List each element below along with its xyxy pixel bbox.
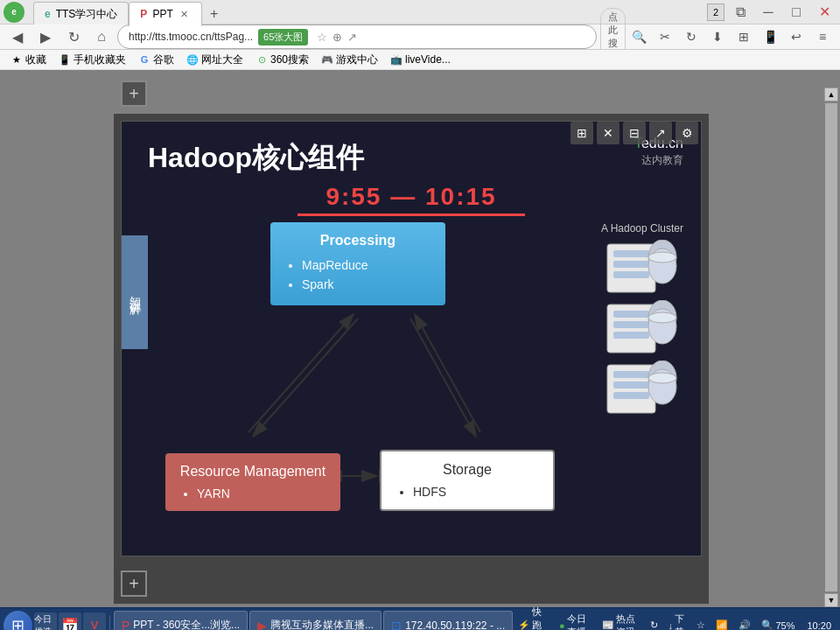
new-tab-button[interactable]: + [202, 2, 227, 26]
tab-ppt-label: PPT [152, 8, 172, 20]
bookmark-google[interactable]: G 谷歌 [135, 50, 178, 69]
tab-tts[interactable]: e TTS学习中心 [33, 2, 129, 26]
taskbar-clock: 10:20 [802, 620, 836, 631]
server-icon-1 [603, 240, 682, 297]
clock-time: 10:20 [807, 620, 831, 631]
bookmark-games[interactable]: 🎮 游戏中心 [318, 50, 382, 69]
slide-title: Hadoop核心组件 [148, 139, 364, 178]
refresh2-icon[interactable]: ↻ [679, 24, 704, 49]
svg-rect-17 [613, 311, 649, 318]
download-item[interactable]: ↓ 下载 [665, 612, 690, 631]
taskbar-ppt-app[interactable]: P PPT - 360安全...浏览... [114, 611, 248, 631]
storage-box: Storage HDFS [380, 450, 555, 511]
live-broadcast-item[interactable]: ● 今日直播 [556, 612, 595, 631]
add-bottom-button[interactable]: + [121, 570, 147, 597]
tab-counter[interactable]: 2 [707, 4, 724, 21]
time-dash: — [390, 183, 425, 210]
grid-icon[interactable]: ⊞ [732, 24, 756, 49]
svg-point-22 [648, 312, 676, 323]
tab-close-icon[interactable]: ✕ [178, 8, 191, 20]
taskbar-calendar[interactable]: 📅 [59, 612, 81, 631]
scroll-down-btn[interactable]: ▼ [824, 593, 838, 607]
taskbar-live-app[interactable]: ▶ 腾视互动多媒体直播... [249, 611, 382, 631]
tab-ppt[interactable]: P PPT ✕ [129, 2, 201, 26]
taskbar-divider-1 [109, 615, 110, 631]
restore-btn[interactable]: ⧉ [728, 0, 752, 24]
zoom-icon: 🔍 [761, 620, 774, 630]
back-button[interactable]: ◀ [5, 24, 30, 49]
volume-item[interactable]: 🔊 [735, 620, 754, 630]
bookmark-live[interactable]: 📺 liveVide... [387, 50, 454, 69]
svg-rect-18 [613, 321, 649, 328]
menu-icon[interactable]: ≡ [810, 24, 835, 49]
quick-run-item[interactable]: ⚡ 快跑网 [514, 606, 552, 630]
minimize-btn[interactable]: ─ [756, 0, 780, 24]
tab-favicon: e [45, 8, 51, 20]
taskbar: ⊞ 今日优选 📅 V P PPT - 360安全...浏览... ▶ 腾视互动多… [0, 607, 840, 630]
settings-btn[interactable]: ⚙ [676, 122, 698, 144]
address-bar[interactable]: http://tts.tmooc.cn/ttsPag... 65张大图 ☆ ⊕ … [117, 24, 597, 49]
address-text: http://tts.tmooc.cn/ttsPag... [129, 31, 253, 43]
bookmark-360[interactable]: ⊙ 360搜索 [252, 50, 312, 69]
svg-point-29 [648, 373, 676, 383]
refresh-button[interactable]: ↻ [61, 24, 86, 49]
close-slide-btn[interactable]: ✕ [597, 122, 620, 144]
taskbar-today[interactable]: 今日优选 [34, 612, 57, 631]
hdfs-item: HDFS [413, 485, 539, 499]
resource-title: Resource Management [179, 464, 326, 480]
server-icon-3 [603, 360, 682, 417]
processing-items: MapReduce Spark [284, 256, 431, 295]
title-bar: e e TTS学习中心 P PPT ✕ + 2 ⧉ ─ □ ✕ [0, 0, 840, 24]
bookmark-favorites[interactable]: ★ 收藏 [7, 50, 50, 69]
search-icon-btn[interactable]: 🔍 [626, 24, 651, 49]
browser-logo: e [4, 2, 24, 23]
taskbar-ssh-app[interactable]: ⊡ 172.40.50.119:22 - ... [383, 611, 513, 631]
yarn-item: YARN [197, 486, 326, 500]
scroll-up-btn[interactable]: ▲ [824, 88, 838, 102]
scissors-icon[interactable]: ✂ [653, 24, 677, 49]
undo-icon[interactable]: ↩ [784, 24, 808, 49]
close-btn[interactable]: ✕ [812, 0, 836, 24]
nav-icons: 点此搜索 🔍 ✂ ↻ ⬇ ⊞ 📱 ↩ ≡ [600, 24, 835, 49]
download-icon[interactable]: ⬇ [705, 24, 730, 49]
time-underline [298, 214, 525, 216]
home-button[interactable]: ⌂ [89, 24, 114, 49]
right-scrollbar: ▲ ▼ [822, 70, 840, 607]
grid-view-btn[interactable]: ⊞ [570, 122, 593, 144]
maximize-btn[interactable]: □ [784, 0, 808, 24]
processing-box: Processing MapReduce Spark [270, 222, 445, 305]
svg-rect-10 [613, 250, 649, 257]
processing-title: Processing [284, 233, 431, 248]
quickrun-icon: ⚡ [518, 620, 530, 630]
svg-rect-26 [613, 392, 649, 399]
search-button[interactable]: 点此搜索 [600, 24, 625, 49]
svg-rect-12 [613, 271, 649, 278]
knowledge-panel[interactable]: 知识讲解 [122, 235, 148, 349]
bookmark-mobile[interactable]: 📱 手机收藏夹 [55, 50, 130, 69]
svg-rect-19 [613, 332, 649, 339]
forward-button[interactable]: ▶ [33, 24, 58, 49]
google-icon: G [138, 53, 150, 66]
add-top-button[interactable]: + [121, 80, 147, 107]
time-end: 10:15 [425, 183, 497, 210]
download-taskbar-icon: ↓ [668, 620, 674, 631]
hot-news-item[interactable]: 📰 热点资讯 [598, 612, 642, 631]
zoom-item[interactable]: 🔍 75% [758, 620, 798, 630]
video-icon: 📺 [390, 53, 402, 66]
taskbar-v[interactable]: V [83, 612, 106, 631]
svg-line-2 [248, 314, 354, 432]
phone-icon[interactable]: 📱 [758, 24, 782, 49]
network-item[interactable]: 📶 [712, 620, 732, 630]
start-button[interactable]: ⊞ [4, 611, 32, 631]
scroll-track[interactable] [825, 103, 837, 592]
slide-outer: Tedu.cn 达内教育 Hadoop核心组件 9:55 — 10:15 [114, 114, 709, 564]
resource-items: YARN [179, 486, 326, 500]
external-link-btn[interactable]: ↗ [649, 122, 672, 144]
refresh-item[interactable]: ↻ [647, 620, 662, 630]
taskbar-star[interactable]: ☆ [693, 620, 709, 630]
green-badge: 65张大图 [258, 29, 308, 46]
fullscreen-btn[interactable]: ⊟ [623, 122, 646, 144]
svg-rect-24 [613, 371, 649, 378]
bookmark-web[interactable]: 🌐 网址大全 [183, 50, 247, 69]
refresh-taskbar-icon: ↻ [650, 620, 658, 630]
